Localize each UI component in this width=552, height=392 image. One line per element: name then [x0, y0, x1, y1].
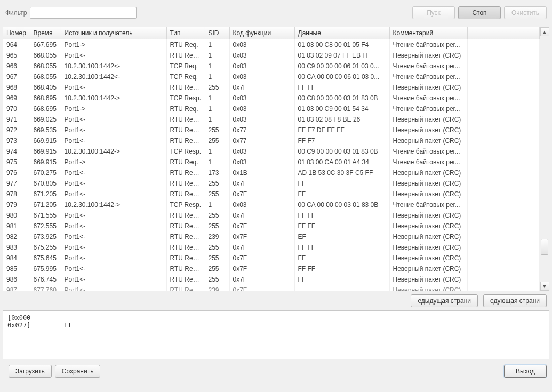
- col-num[interactable]: Номер: [3, 27, 30, 39]
- cell-type: RTU Resp.: [166, 221, 205, 231]
- table-row[interactable]: 974669.91510.2.30.100:1442->TCP Resp.10x…: [3, 146, 540, 157]
- scroll-down-icon[interactable]: ▼: [540, 282, 549, 291]
- cell-func: 0x03: [229, 39, 294, 50]
- col-type[interactable]: Тип: [166, 27, 205, 39]
- cell-extra: [467, 263, 540, 274]
- table-row[interactable]: 973669.915Port1<-RTU Resp.2550x77FF F7Не…: [3, 135, 540, 146]
- cell-src: Port1<-: [61, 210, 166, 221]
- cell-time: 671.205: [30, 189, 61, 199]
- cell-data: 01 03 00 C9 00 01 54 34: [294, 103, 389, 114]
- cell-comment: Неверный пакет (CRC): [389, 253, 467, 263]
- table-row[interactable]: 984675.645Port1<-RTU Resp.2550x7FFFНевер…: [3, 253, 540, 263]
- save-button[interactable]: Сохранить: [55, 365, 101, 378]
- next-page-button[interactable]: едующая страни: [483, 294, 547, 307]
- cell-func: 0x03: [229, 114, 294, 125]
- table-row[interactable]: 964667.695Port1->RTU Req.10x0301 03 00 C…: [3, 39, 540, 50]
- col-data[interactable]: Данные: [294, 27, 389, 39]
- cell-extra: [467, 274, 540, 285]
- start-button[interactable]: Пуск: [412, 6, 455, 19]
- scroll-track[interactable]: [540, 36, 549, 282]
- col-func[interactable]: Код функции: [229, 27, 294, 39]
- load-button[interactable]: Загрузить: [9, 365, 52, 378]
- cell-num: 966: [3, 61, 30, 71]
- table-row[interactable]: 987677.760Port1<-RTU Resp.2390x7FНеверны…: [3, 285, 540, 291]
- table-row[interactable]: 977670.805Port1<-RTU Resp.2550x7FFFНевер…: [3, 178, 540, 189]
- cell-data: FF F7: [294, 135, 389, 146]
- cell-num: 967: [3, 71, 30, 82]
- cell-type: TCP Req.: [166, 61, 205, 71]
- cell-func: 0x03: [229, 93, 294, 103]
- table-row[interactable]: 967668.05510.2.30.100:1442<-TCP Req.10x0…: [3, 71, 540, 82]
- cell-comment: Неверный пакет (CRC): [389, 167, 467, 178]
- cell-num: 981: [3, 221, 30, 231]
- prev-page-button[interactable]: едыдущая страни: [411, 294, 478, 307]
- table-row[interactable]: 986676.745Port1<-RTU Resp.2550x7FFFНевер…: [3, 274, 540, 285]
- table-row[interactable]: 982673.925Port1<-RTU Resp.2390x7FEFНевер…: [3, 231, 540, 242]
- cell-src: Port1<-: [61, 242, 166, 253]
- cell-comment: Неверный пакет (CRC): [389, 210, 467, 221]
- cell-time: 667.695: [30, 39, 61, 50]
- cell-type: RTU Resp.: [166, 274, 205, 285]
- cell-num: 986: [3, 274, 30, 285]
- cell-num: 968: [3, 82, 30, 93]
- cell-comment: Неверный пакет (CRC): [389, 242, 467, 253]
- cell-sid: 255: [205, 263, 229, 274]
- cell-comment: Чтение байтовых рег...: [389, 157, 467, 167]
- cell-func: 0x7F: [229, 189, 294, 199]
- vertical-scrollbar[interactable]: ▲ ▼: [540, 27, 549, 291]
- cell-time: 676.745: [30, 274, 61, 285]
- cell-extra: [467, 178, 540, 189]
- table-row[interactable]: 976670.275Port1<-RTU Resp.1730x1BAD 1B 5…: [3, 167, 540, 178]
- cell-time: 671.555: [30, 210, 61, 221]
- toolbar: Фильтр Пуск Стоп Очистить: [0, 0, 552, 27]
- cell-type: RTU Resp.: [166, 242, 205, 253]
- cell-data: 01 03 00 CA 00 01 A4 34: [294, 157, 389, 167]
- cell-num: 979: [3, 199, 30, 210]
- cell-func: 0x7F: [229, 221, 294, 231]
- cell-sid: 1: [205, 61, 229, 71]
- exit-button[interactable]: Выход: [504, 365, 547, 378]
- cell-func: 0x03: [229, 199, 294, 210]
- cell-num: 972: [3, 125, 30, 135]
- cell-extra: [467, 39, 540, 50]
- filter-input[interactable]: [30, 7, 137, 19]
- cell-data: 00 C9 00 00 00 03 01 83 0B: [294, 146, 389, 157]
- cell-num: 970: [3, 103, 30, 114]
- scroll-thumb[interactable]: [541, 239, 548, 255]
- hex-bytes: FF: [65, 322, 72, 329]
- cell-comment: Неверный пакет (CRC): [389, 50, 467, 61]
- table-row[interactable]: 978671.205Port1<-RTU Resp.2550x7FFFНевер…: [3, 189, 540, 199]
- table-row[interactable]: 979671.20510.2.30.100:1442->TCP Resp.10x…: [3, 199, 540, 210]
- table-row[interactable]: 970668.695Port1->RTU Req.10x0301 03 00 C…: [3, 103, 540, 114]
- col-sid[interactable]: SID: [205, 27, 229, 39]
- cell-extra: [467, 50, 540, 61]
- table-row[interactable]: 980671.555Port1<-RTU Resp.2550x7FFF FFНе…: [3, 210, 540, 221]
- col-src[interactable]: Источник и получатель: [61, 27, 166, 39]
- clear-button[interactable]: Очистить: [504, 6, 547, 19]
- col-time[interactable]: Время: [30, 27, 61, 39]
- table-row[interactable]: 966668.05510.2.30.100:1442<-TCP Req.10x0…: [3, 61, 540, 71]
- table-row[interactable]: 981672.555Port1<-RTU Resp.2550x7FFF FFНе…: [3, 221, 540, 231]
- cell-func: 0x03: [229, 146, 294, 157]
- table-row[interactable]: 975669.915Port1->RTU Req.10x0301 03 00 C…: [3, 157, 540, 167]
- table-row[interactable]: 968668.405Port1<-RTU Resp.2550x7FFF FFНе…: [3, 82, 540, 93]
- cell-func: 0x77: [229, 125, 294, 135]
- cell-data: FF FF: [294, 242, 389, 253]
- table-row[interactable]: 983675.255Port1<-RTU Resp.2550x7FFF FFНе…: [3, 242, 540, 253]
- cell-func: 0x7F: [229, 242, 294, 253]
- cell-sid: 1: [205, 114, 229, 125]
- cell-extra: [467, 61, 540, 71]
- table-row[interactable]: 972669.535Port1<-RTU Resp.2550x77FF F7 D…: [3, 125, 540, 135]
- table-row[interactable]: 969668.69510.2.30.100:1442->TCP Resp.10x…: [3, 93, 540, 103]
- table-row[interactable]: 985675.995Port1<-RTU Resp.2550x7FFF FFНе…: [3, 263, 540, 274]
- col-comment[interactable]: Комментарий: [389, 27, 467, 39]
- table-row[interactable]: 965668.055Port1<-RTU Resp.10x0301 03 02 …: [3, 50, 540, 61]
- stop-button[interactable]: Стоп: [458, 6, 501, 19]
- scroll-up-icon[interactable]: ▲: [540, 27, 549, 36]
- cell-src: Port1<-: [61, 178, 166, 189]
- cell-src: Port1<-: [61, 253, 166, 263]
- cell-sid: 255: [205, 210, 229, 221]
- col-extra[interactable]: [467, 27, 540, 39]
- cell-src: Port1<-: [61, 167, 166, 178]
- table-row[interactable]: 971669.025Port1<-RTU Resp.10x0301 03 02 …: [3, 114, 540, 125]
